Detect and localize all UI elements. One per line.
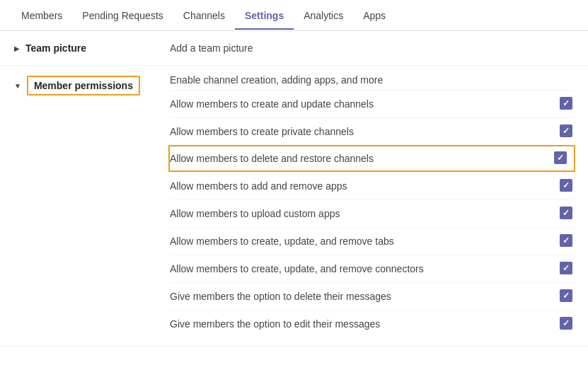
- perm-create-update-channels-checkbox[interactable]: [560, 97, 574, 111]
- perm-edit-messages-checkbox[interactable]: [560, 317, 574, 331]
- perm-upload-custom-apps: Allow members to upload custom apps: [170, 199, 574, 227]
- nav-analytics[interactable]: Analytics: [294, 1, 353, 30]
- top-nav: Members Pending Requests Channels Settin…: [0, 0, 588, 31]
- perm-delete-restore-channels: Allow members to delete and restore chan…: [168, 145, 575, 172]
- nav-members[interactable]: Members: [11, 1, 72, 30]
- team-picture-description: Add a team picture: [170, 42, 574, 54]
- member-permissions-description: Enable channel creation, adding apps, an…: [170, 74, 574, 90]
- member-permissions-chevron[interactable]: ▼: [14, 82, 21, 90]
- team-picture-label-col: ▶ Team picture: [14, 42, 170, 54]
- perm-delete-restore-channels-label: Allow members to delete and restore chan…: [170, 153, 374, 164]
- perm-create-private-channels: Allow members to create private channels: [170, 117, 574, 145]
- perm-create-private-channels-checkbox[interactable]: [560, 124, 574, 139]
- perm-add-remove-apps: Allow members to add and remove apps: [170, 172, 574, 199]
- member-permissions-label-col: ▼ Member permissions: [14, 74, 170, 95]
- nav-apps[interactable]: Apps: [353, 1, 396, 30]
- settings-content: ▶ Team picture Add a team picture ▼ Memb…: [0, 31, 588, 347]
- perm-add-remove-apps-checkbox[interactable]: [560, 179, 574, 193]
- perm-create-update-channels: Allow members to create and update chann…: [170, 90, 574, 117]
- nav-settings[interactable]: Settings: [235, 1, 294, 30]
- team-picture-label: Team picture: [25, 42, 86, 54]
- member-permissions-section: ▼ Member permissions Enable channel crea…: [0, 66, 588, 347]
- member-permissions-content: Enable channel creation, adding apps, an…: [170, 74, 574, 337]
- perm-delete-messages: Give members the option to delete their …: [170, 282, 574, 310]
- nav-pending-requests[interactable]: Pending Requests: [72, 1, 173, 30]
- member-permissions-header: ▼ Member permissions Enable channel crea…: [0, 66, 588, 346]
- perm-create-update-remove-tabs: Allow members to create, update, and rem…: [170, 227, 574, 255]
- perm-create-update-remove-connectors-checkbox[interactable]: [560, 262, 574, 276]
- perm-delete-restore-channels-checkbox[interactable]: [554, 151, 568, 166]
- perm-upload-custom-apps-checkbox[interactable]: [560, 207, 574, 221]
- member-permissions-label: Member permissions: [27, 76, 140, 95]
- team-picture-section: ▶ Team picture Add a team picture: [0, 31, 588, 66]
- perm-create-private-channels-label: Allow members to create private channels: [170, 126, 354, 137]
- perm-edit-messages-label: Give members the option to edit their me…: [170, 318, 380, 330]
- perm-create-update-channels-label: Allow members to create and update chann…: [170, 98, 374, 110]
- perm-create-update-remove-connectors-label: Allow members to create, update, and rem…: [170, 263, 424, 274]
- perm-add-remove-apps-label: Allow members to add and remove apps: [170, 180, 347, 192]
- perm-delete-messages-checkbox[interactable]: [560, 289, 574, 303]
- permission-list: Allow members to create and update chann…: [170, 90, 574, 337]
- perm-create-update-remove-tabs-checkbox[interactable]: [560, 234, 574, 248]
- perm-edit-messages: Give members the option to edit their me…: [170, 310, 574, 337]
- perm-create-update-remove-tabs-label: Allow members to create, update, and rem…: [170, 236, 394, 247]
- perm-create-update-remove-connectors: Allow members to create, update, and rem…: [170, 255, 574, 282]
- nav-channels[interactable]: Channels: [173, 1, 235, 30]
- team-picture-chevron[interactable]: ▶: [14, 45, 20, 52]
- perm-delete-messages-label: Give members the option to delete their …: [170, 291, 391, 302]
- perm-upload-custom-apps-label: Allow members to upload custom apps: [170, 208, 340, 219]
